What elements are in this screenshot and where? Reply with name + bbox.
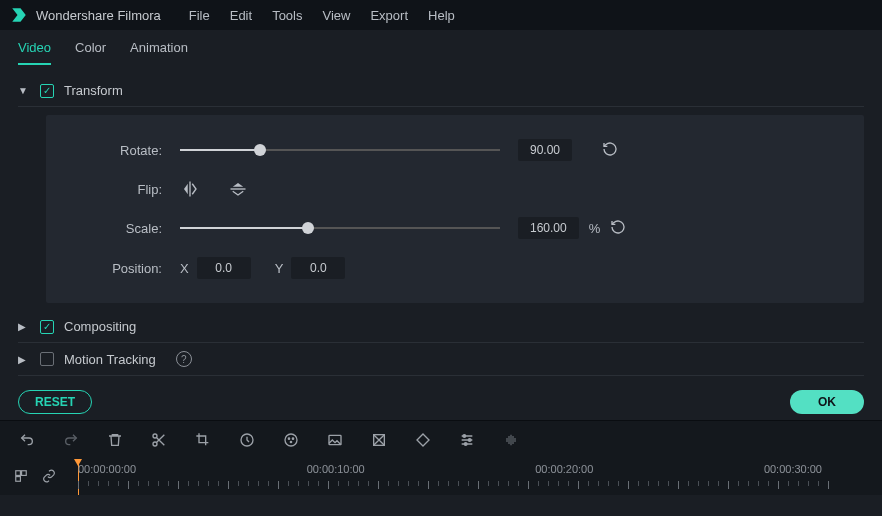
panel-tabs: Video Color Animation	[0, 30, 882, 65]
menu-edit[interactable]: Edit	[230, 8, 252, 23]
svg-point-4	[288, 438, 289, 439]
rotate-slider[interactable]	[180, 149, 500, 151]
menu-bar: File Edit Tools View Export Help	[189, 8, 455, 23]
scale-reset-icon[interactable]	[610, 219, 626, 238]
svg-point-3	[285, 434, 297, 446]
adjust-icon[interactable]	[458, 431, 476, 449]
svg-point-6	[290, 441, 291, 442]
app-logo	[10, 6, 28, 24]
reset-button[interactable]: RESET	[18, 390, 92, 414]
undo-icon[interactable]	[18, 431, 36, 449]
svg-rect-14	[16, 476, 21, 481]
scale-unit: %	[589, 221, 601, 236]
markers-icon[interactable]	[370, 431, 388, 449]
timeline-media-icon[interactable]	[14, 469, 28, 486]
crop-icon[interactable]	[194, 431, 212, 449]
chevron-right-icon[interactable]: ▶	[18, 354, 30, 365]
timecode: 00:00:30:00	[764, 463, 822, 475]
pos-y-label: Y	[275, 261, 284, 276]
timeline-track[interactable]: 00:00:00:00 00:00:10:00 00:00:20:00 00:0…	[70, 459, 868, 495]
rotate-label: Rotate:	[74, 143, 162, 158]
tab-color[interactable]: Color	[75, 40, 106, 65]
svg-point-5	[292, 438, 293, 439]
scale-value[interactable]: 160.00	[518, 217, 579, 239]
tab-animation[interactable]: Animation	[130, 40, 188, 65]
position-label: Position:	[74, 261, 162, 276]
flip-horizontal-icon[interactable]	[180, 179, 200, 199]
svg-point-11	[464, 443, 467, 446]
scale-slider[interactable]	[180, 227, 500, 229]
timecode: 00:00:20:00	[535, 463, 593, 475]
pos-x-label: X	[180, 261, 189, 276]
transform-panel: Rotate: 90.00 Flip: Scale:	[46, 115, 864, 303]
delete-icon[interactable]	[106, 431, 124, 449]
timeline-link-icon[interactable]	[42, 469, 56, 486]
svg-point-9	[463, 435, 466, 438]
speed-icon[interactable]	[238, 431, 256, 449]
section-transform-header[interactable]: ▼ ✓ Transform	[18, 75, 864, 107]
compositing-checkbox[interactable]: ✓	[40, 320, 54, 334]
info-icon[interactable]: ?	[176, 351, 192, 367]
split-icon[interactable]	[150, 431, 168, 449]
green-screen-icon[interactable]	[326, 431, 344, 449]
svg-rect-13	[22, 470, 27, 475]
menu-export[interactable]: Export	[370, 8, 408, 23]
flip-row: Flip:	[74, 179, 836, 199]
pos-x-value[interactable]: 0.0	[197, 257, 251, 279]
bottom-button-bar: RESET OK	[0, 384, 882, 420]
transform-label: Transform	[64, 83, 123, 98]
motion-tracking-label: Motion Tracking	[64, 352, 156, 367]
transform-checkbox[interactable]: ✓	[40, 84, 54, 98]
titlebar: Wondershare Filmora File Edit Tools View…	[0, 0, 882, 30]
chevron-right-icon[interactable]: ▶	[18, 321, 30, 332]
compositing-label: Compositing	[64, 319, 136, 334]
menu-help[interactable]: Help	[428, 8, 455, 23]
redo-icon[interactable]	[62, 431, 80, 449]
position-row: Position: X 0.0 Y 0.0	[74, 257, 836, 279]
svg-point-1	[153, 442, 157, 446]
color-icon[interactable]	[282, 431, 300, 449]
menu-view[interactable]: View	[322, 8, 350, 23]
content-area: ▼ ✓ Transform Rotate: 90.00 Flip:	[0, 65, 882, 384]
chevron-down-icon[interactable]: ▼	[18, 85, 30, 96]
rotate-reset-icon[interactable]	[602, 141, 618, 160]
rotate-row: Rotate: 90.00	[74, 139, 836, 161]
audio-icon[interactable]	[502, 431, 520, 449]
pos-y-value[interactable]: 0.0	[291, 257, 345, 279]
section-motion-tracking-header[interactable]: ▶ ✓ Motion Tracking ?	[18, 343, 864, 376]
menu-file[interactable]: File	[189, 8, 210, 23]
svg-point-10	[468, 439, 471, 442]
motion-tracking-checkbox[interactable]: ✓	[40, 352, 54, 366]
timeline-toolbar	[0, 420, 882, 459]
timecode: 00:00:10:00	[307, 463, 365, 475]
flip-label: Flip:	[74, 182, 162, 197]
scale-row: Scale: 160.00 %	[74, 217, 836, 239]
rotate-value[interactable]: 90.00	[518, 139, 572, 161]
menu-tools[interactable]: Tools	[272, 8, 302, 23]
tab-video[interactable]: Video	[18, 40, 51, 65]
svg-point-0	[153, 434, 157, 438]
ok-button[interactable]: OK	[790, 390, 864, 414]
keyframe-icon[interactable]	[414, 431, 432, 449]
flip-vertical-icon[interactable]	[228, 179, 248, 199]
svg-rect-12	[16, 470, 21, 475]
timecode: 00:00:00:00	[78, 463, 136, 475]
timeline-ticks	[78, 481, 830, 489]
section-compositing-header[interactable]: ▶ ✓ Compositing	[18, 311, 864, 343]
timeline[interactable]: 00:00:00:00 00:00:10:00 00:00:20:00 00:0…	[0, 459, 882, 495]
scale-label: Scale:	[74, 221, 162, 236]
app-title: Wondershare Filmora	[36, 8, 161, 23]
